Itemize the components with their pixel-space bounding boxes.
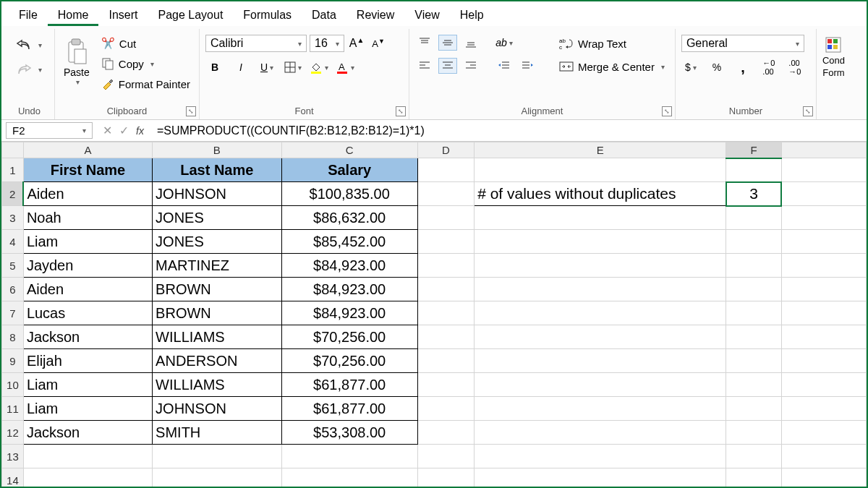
borders-button[interactable] xyxy=(284,59,302,75)
cell-E12[interactable] xyxy=(475,421,726,445)
cell-E3[interactable] xyxy=(475,206,726,230)
column-header-F[interactable]: F xyxy=(726,142,781,158)
cell-extra-14[interactable] xyxy=(781,468,866,487)
cell-extra-1[interactable] xyxy=(781,158,866,182)
conditional-formatting-icon[interactable] xyxy=(825,36,842,53)
cell-A6[interactable]: Aiden xyxy=(23,278,152,301)
cell-E13[interactable] xyxy=(475,445,726,468)
cell-C11[interactable]: $61,877.00 xyxy=(281,397,417,421)
cell-A3[interactable]: Noah xyxy=(23,206,152,230)
cell-F8[interactable] xyxy=(726,325,781,349)
cell-E14[interactable] xyxy=(475,468,726,487)
column-header-B[interactable]: B xyxy=(153,142,281,158)
cell-E9[interactable] xyxy=(475,349,726,373)
cell-extra-7[interactable] xyxy=(781,301,866,325)
row-header-10[interactable]: 10 xyxy=(2,373,24,397)
alignment-dialog-launcher[interactable]: ⤡ xyxy=(662,106,672,116)
cell-C3[interactable]: $86,632.00 xyxy=(281,206,417,230)
cell-extra-11[interactable] xyxy=(781,397,866,421)
cell-A7[interactable]: Lucas xyxy=(23,301,152,325)
menu-file[interactable]: File xyxy=(9,4,48,26)
increase-decimal-button[interactable]: ←0.00 xyxy=(760,59,778,75)
enter-formula-icon[interactable]: ✓ xyxy=(119,124,129,137)
menu-home[interactable]: Home xyxy=(48,4,99,26)
cell-D14[interactable] xyxy=(417,468,474,487)
cell-F11[interactable] xyxy=(726,397,781,421)
cell-A9[interactable]: Elijah xyxy=(23,349,152,373)
cell-D3[interactable] xyxy=(417,206,474,230)
wrap-text-button[interactable]: abc Wrap Text xyxy=(555,35,669,52)
cell-B13[interactable] xyxy=(153,445,281,468)
fill-color-button[interactable] xyxy=(310,59,328,75)
column-header-D[interactable]: D xyxy=(417,142,474,158)
cell-A5[interactable]: Jayden xyxy=(23,254,152,278)
align-middle-button[interactable] xyxy=(438,35,457,51)
cell-E4[interactable] xyxy=(475,230,726,254)
number-format-select[interactable]: General▾ xyxy=(681,35,804,52)
cell-B9[interactable]: ANDERSON xyxy=(153,349,281,373)
name-box[interactable]: F2 ▾ xyxy=(6,122,93,139)
cell-extra-3[interactable] xyxy=(781,206,866,230)
orientation-button[interactable]: ab xyxy=(495,35,514,51)
cell-A8[interactable]: Jackson xyxy=(23,325,152,349)
align-center-button[interactable] xyxy=(438,58,457,74)
column-header-C[interactable]: C xyxy=(281,142,417,158)
cell-B10[interactable]: WILLIAMS xyxy=(153,373,281,397)
decrease-decimal-button[interactable]: .00→0 xyxy=(786,59,804,75)
undo-button[interactable] xyxy=(12,36,46,53)
clipboard-dialog-launcher[interactable]: ⤡ xyxy=(186,106,196,116)
row-header-13[interactable]: 13 xyxy=(2,445,24,468)
cell-F6[interactable] xyxy=(726,278,781,301)
cell-extra-12[interactable] xyxy=(781,421,866,445)
merge-center-button[interactable]: Merge & Center xyxy=(555,58,669,75)
cell-E2[interactable]: # of values without duplicates xyxy=(475,182,726,206)
cell-A10[interactable]: Liam xyxy=(23,373,152,397)
cell-D9[interactable] xyxy=(417,349,474,373)
menu-insert[interactable]: Insert xyxy=(98,4,148,26)
align-left-button[interactable] xyxy=(415,58,434,74)
cell-D11[interactable] xyxy=(417,397,474,421)
cell-A4[interactable]: Liam xyxy=(23,230,152,254)
cell-C9[interactable]: $70,256.00 xyxy=(281,349,417,373)
cell-B14[interactable] xyxy=(153,468,281,487)
percent-format-button[interactable]: % xyxy=(707,59,726,75)
cell-C12[interactable]: $53,308.00 xyxy=(281,421,417,445)
cell-F7[interactable] xyxy=(726,301,781,325)
menu-help[interactable]: Help xyxy=(450,4,494,26)
redo-button[interactable] xyxy=(12,61,46,78)
cell-A1[interactable]: First Name xyxy=(23,158,152,182)
cell-B12[interactable]: SMITH xyxy=(153,421,281,445)
row-header-2[interactable]: 2 xyxy=(2,182,24,206)
font-dialog-launcher[interactable]: ⤡ xyxy=(396,106,406,116)
cell-D12[interactable] xyxy=(417,421,474,445)
cell-A13[interactable] xyxy=(23,445,152,468)
row-header-11[interactable]: 11 xyxy=(2,397,24,421)
cell-F13[interactable] xyxy=(726,445,781,468)
menu-page-layout[interactable]: Page Layout xyxy=(148,4,233,26)
accounting-format-button[interactable]: $ xyxy=(681,59,700,75)
cell-extra-4[interactable] xyxy=(781,230,866,254)
cell-E11[interactable] xyxy=(475,397,726,421)
menu-review[interactable]: Review xyxy=(346,4,404,26)
cell-extra-13[interactable] xyxy=(781,445,866,468)
row-header-14[interactable]: 14 xyxy=(2,468,24,487)
cell-C14[interactable] xyxy=(281,468,417,487)
cell-F12[interactable] xyxy=(726,421,781,445)
cell-B7[interactable]: BROWN xyxy=(153,301,281,325)
cell-C6[interactable]: $84,923.00 xyxy=(281,278,417,301)
row-header-5[interactable]: 5 xyxy=(2,254,24,278)
row-header-8[interactable]: 8 xyxy=(2,325,24,349)
cell-A14[interactable] xyxy=(23,468,152,487)
cell-D4[interactable] xyxy=(417,230,474,254)
cell-E10[interactable] xyxy=(475,373,726,397)
cell-extra-2[interactable] xyxy=(781,182,866,206)
cell-B2[interactable]: JOHNSON xyxy=(153,182,281,206)
font-size-select[interactable]: 16▾ xyxy=(310,35,344,52)
cell-extra-5[interactable] xyxy=(781,254,866,278)
cell-C1[interactable]: Salary xyxy=(281,158,417,182)
cell-extra-10[interactable] xyxy=(781,373,866,397)
cell-A12[interactable]: Jackson xyxy=(23,421,152,445)
formula-input[interactable] xyxy=(151,121,867,140)
increase-font-button[interactable]: A▲ xyxy=(347,35,366,51)
cell-C5[interactable]: $84,923.00 xyxy=(281,254,417,278)
